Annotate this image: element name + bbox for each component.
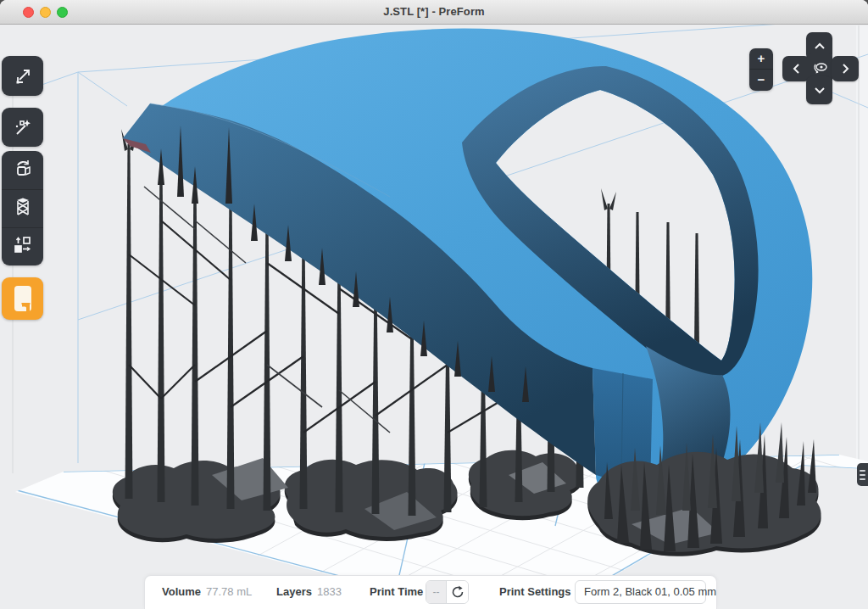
rotate-right-button[interactable] xyxy=(832,56,859,81)
chevron-up-icon xyxy=(814,42,826,50)
layers-label: Layers xyxy=(276,576,312,608)
layout-tool-button[interactable] xyxy=(2,227,43,265)
side-panel-handle[interactable] xyxy=(857,463,868,486)
print-button[interactable] xyxy=(2,277,43,320)
chevron-down-icon xyxy=(814,87,826,94)
size-tool-button[interactable] xyxy=(2,56,43,96)
layout-icon xyxy=(12,234,34,260)
3d-viewport[interactable] xyxy=(0,0,868,609)
print-time-label: Print Time xyxy=(370,576,423,608)
chevron-right-icon xyxy=(842,63,849,75)
orbit-eye-icon xyxy=(811,59,830,78)
supports-icon xyxy=(12,196,34,221)
magic-wand-icon xyxy=(12,116,34,138)
preform-window: J.STL [*] - PreForm xyxy=(0,0,868,609)
print-time-value: -- xyxy=(426,581,447,603)
cartridge-icon xyxy=(10,283,36,314)
zoom-control: + − xyxy=(749,48,773,91)
orientation-tool-button[interactable] xyxy=(2,151,43,189)
rotate-icon xyxy=(12,158,34,183)
layers-value: 1833 xyxy=(317,576,342,608)
print-settings-label: Print Settings xyxy=(499,576,571,608)
print-time-refresh-button[interactable]: -- xyxy=(426,580,469,604)
window-title: J.STL [*] - PreForm xyxy=(0,0,868,24)
supports-tool-button[interactable] xyxy=(2,189,43,227)
view-dpad xyxy=(782,32,859,104)
titlebar: J.STL [*] - PreForm xyxy=(0,0,868,25)
chevron-left-icon xyxy=(793,63,800,75)
zoom-out-button[interactable]: − xyxy=(749,70,773,91)
scene-canvas xyxy=(0,0,868,609)
rotate-down-button[interactable] xyxy=(806,76,832,104)
volume-label: Volume xyxy=(162,576,201,608)
volume-value: 77.78 mL xyxy=(206,576,252,608)
print-settings-dropdown[interactable]: Form 2, Black 01, 0.05 mm xyxy=(575,580,706,604)
zoom-in-button[interactable]: + xyxy=(749,48,773,70)
one-click-print-button[interactable] xyxy=(2,108,43,147)
refresh-icon xyxy=(451,585,465,599)
tool-group xyxy=(2,151,43,265)
size-icon xyxy=(12,65,34,87)
rotate-left-button[interactable] xyxy=(782,56,810,81)
status-bar: Volume 77.78 mL Layers 1833 Print Time -… xyxy=(144,575,717,609)
